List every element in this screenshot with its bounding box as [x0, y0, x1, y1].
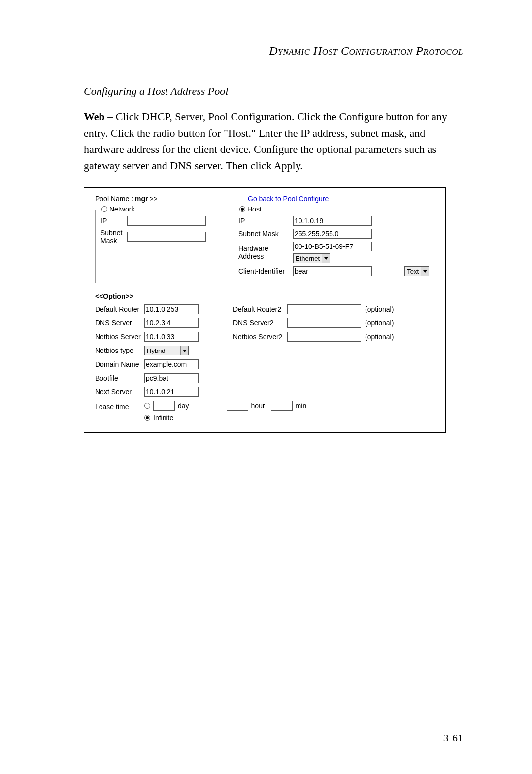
lease-hour-input[interactable] — [227, 401, 248, 411]
chapter-title: Dynamic Host Configuration Protocol — [84, 44, 463, 58]
network-ip-input[interactable] — [127, 216, 206, 226]
lease-min-input[interactable] — [271, 401, 293, 411]
back-link[interactable]: Go back to Pool Configure — [248, 195, 329, 203]
netbios-input[interactable]: 10.1.0.33 — [144, 332, 199, 342]
netbios2-input[interactable] — [287, 332, 361, 342]
host-subnet-label: Subnet Mask — [238, 230, 290, 238]
host-hw-label: Hardware Address — [238, 245, 290, 260]
host-legend: Host — [247, 205, 262, 213]
host-subnet-input[interactable]: 255.255.255.0 — [293, 229, 372, 239]
host-fieldset: Host IP 10.1.0.19 Subnet Mask 255.255.25… — [233, 210, 434, 283]
netbios2-label: Netbios Server2 — [233, 333, 287, 341]
default-router-label: Default Router — [95, 305, 144, 313]
lease-min-unit: min — [296, 402, 307, 410]
dns2-input[interactable] — [287, 318, 361, 328]
domain-label: Domain Name — [95, 360, 144, 368]
dns-label: DNS Server — [95, 319, 144, 327]
netbios-type-select[interactable]: Hybrid — [144, 346, 189, 355]
host-hw-type-value: Ethernet — [296, 255, 320, 262]
lease-infinite-label: Infinite — [153, 414, 173, 422]
lease-label: Lease time — [95, 401, 144, 411]
client-id-type-select[interactable]: Text — [404, 266, 429, 276]
optional-hint: (optional) — [365, 333, 394, 341]
body-paragraph: Web – Click DHCP, Server, Pool Configura… — [84, 108, 463, 174]
client-id-type-value: Text — [407, 268, 419, 275]
pool-name-value: mgr — [135, 195, 148, 203]
lease-finite-radio[interactable] — [144, 403, 150, 409]
host-hw-type-select[interactable]: Ethernet — [293, 253, 330, 263]
lease-hour-unit: hour — [251, 402, 265, 410]
netbios-type-value: Hybrid — [147, 347, 166, 354]
netbios-type-label: Netbios type — [95, 347, 144, 354]
pool-name-label: Pool Name : — [95, 195, 135, 203]
web-label: Web — [84, 110, 105, 123]
host-ip-input[interactable]: 10.1.0.19 — [293, 216, 372, 226]
optional-hint: (optional) — [365, 305, 394, 313]
pool-config-panel: Pool Name : mgr>> Go back to Pool Config… — [84, 187, 446, 433]
client-id-label: Client-Identifier — [238, 267, 290, 275]
section-subtitle: Configuring a Host Address Pool — [84, 85, 463, 98]
bootfile-input[interactable]: pc9.bat — [144, 373, 199, 383]
lease-infinite-radio[interactable] — [144, 415, 150, 421]
chevron-down-icon — [421, 267, 429, 276]
optional-hint: (optional) — [365, 319, 394, 327]
network-ip-label: IP — [100, 217, 124, 225]
network-fieldset: Network IP Subnet Mask — [95, 210, 223, 283]
default-router2-label: Default Router2 — [233, 305, 287, 313]
default-router2-input[interactable] — [287, 304, 361, 314]
network-radio[interactable] — [101, 206, 107, 212]
network-subnet-label: Subnet Mask — [100, 229, 124, 245]
page-number: 3-61 — [443, 732, 463, 744]
domain-input[interactable]: example.com — [144, 359, 199, 369]
client-id-input[interactable]: bear — [293, 266, 372, 276]
chevron-down-icon — [322, 254, 330, 263]
chevron-down-icon — [180, 346, 188, 355]
option-header: <<Option>> — [95, 292, 434, 300]
host-hw-input[interactable]: 00-10-B5-51-69-F7 — [293, 242, 372, 251]
host-ip-label: IP — [238, 217, 290, 225]
host-radio[interactable] — [239, 206, 245, 212]
bootfile-label: Bootfile — [95, 374, 144, 382]
default-router-input[interactable]: 10.1.0.253 — [144, 304, 199, 314]
lease-day-input[interactable] — [153, 401, 175, 411]
network-subnet-input[interactable] — [127, 232, 206, 242]
dns-input[interactable]: 10.2.3.4 — [144, 318, 199, 328]
next-server-label: Next Server — [95, 388, 144, 396]
network-legend: Network — [109, 205, 134, 213]
next-server-input[interactable]: 10.1.0.21 — [144, 387, 199, 397]
dns2-label: DNS Server2 — [233, 319, 287, 327]
netbios-label: Netbios Server — [95, 333, 144, 341]
lease-day-unit: day — [178, 402, 189, 410]
pool-name-suffix: >> — [149, 195, 157, 203]
body-text: – Click DHCP, Server, Pool Configuration… — [84, 110, 447, 172]
